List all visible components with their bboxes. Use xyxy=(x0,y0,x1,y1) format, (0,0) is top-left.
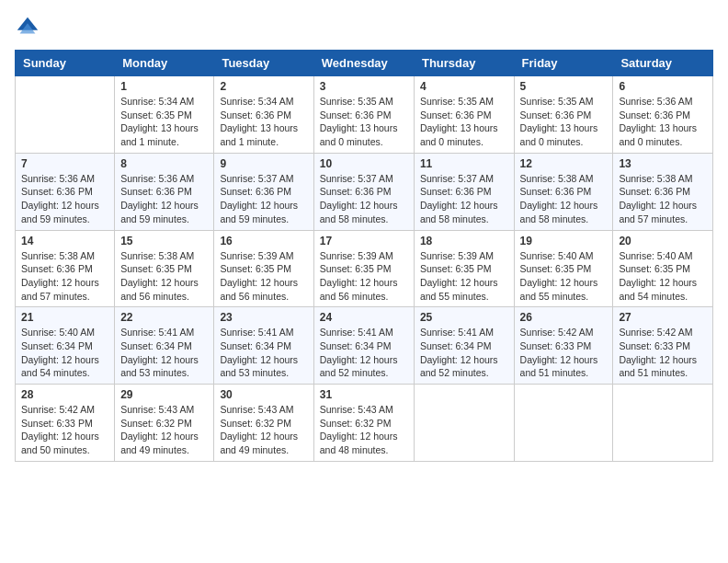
day-info: Sunrise: 5:34 AMSunset: 6:35 PMDaylight:… xyxy=(120,95,208,149)
day-info: Sunrise: 5:36 AMSunset: 6:36 PMDaylight:… xyxy=(21,172,108,226)
calendar-cell: 29Sunrise: 5:43 AMSunset: 6:32 PMDayligh… xyxy=(115,385,214,462)
day-number: 20 xyxy=(619,235,707,247)
day-number: 10 xyxy=(320,157,408,170)
day-info: Sunrise: 5:35 AMSunset: 6:36 PMDaylight:… xyxy=(520,95,608,149)
day-number: 11 xyxy=(420,157,508,170)
day-number: 19 xyxy=(520,235,608,247)
day-number: 5 xyxy=(520,80,608,93)
day-number: 8 xyxy=(120,157,208,170)
day-info: Sunrise: 5:35 AMSunset: 6:36 PMDaylight:… xyxy=(420,95,508,149)
weekday-header: Friday xyxy=(514,51,613,76)
day-info: Sunrise: 5:37 AMSunset: 6:36 PMDaylight:… xyxy=(420,172,508,226)
day-info: Sunrise: 5:42 AMSunset: 6:33 PMDaylight:… xyxy=(21,403,108,457)
calendar-cell: 5Sunrise: 5:35 AMSunset: 6:36 PMDaylight… xyxy=(514,76,613,154)
calendar-cell xyxy=(514,385,613,462)
weekday-header-row: SundayMondayTuesdayWednesdayThursdayFrid… xyxy=(16,51,713,76)
weekday-header: Wednesday xyxy=(313,51,414,76)
page-header xyxy=(15,15,713,40)
day-info: Sunrise: 5:43 AMSunset: 6:32 PMDaylight:… xyxy=(220,403,307,457)
calendar-cell: 28Sunrise: 5:42 AMSunset: 6:33 PMDayligh… xyxy=(16,385,115,462)
calendar-cell: 17Sunrise: 5:39 AMSunset: 6:35 PMDayligh… xyxy=(313,230,414,307)
day-info: Sunrise: 5:41 AMSunset: 6:34 PMDaylight:… xyxy=(120,326,208,380)
calendar-week-row: 14Sunrise: 5:38 AMSunset: 6:36 PMDayligh… xyxy=(16,230,713,307)
day-info: Sunrise: 5:36 AMSunset: 6:36 PMDaylight:… xyxy=(619,95,707,149)
calendar-cell: 19Sunrise: 5:40 AMSunset: 6:35 PMDayligh… xyxy=(514,230,613,307)
calendar-cell: 31Sunrise: 5:43 AMSunset: 6:32 PMDayligh… xyxy=(313,385,414,462)
day-number: 26 xyxy=(520,311,608,324)
day-info: Sunrise: 5:41 AMSunset: 6:34 PMDaylight:… xyxy=(220,326,307,380)
day-number: 21 xyxy=(21,311,108,324)
day-number: 25 xyxy=(420,311,508,324)
day-info: Sunrise: 5:40 AMSunset: 6:35 PMDaylight:… xyxy=(520,249,608,304)
day-info: Sunrise: 5:36 AMSunset: 6:36 PMDaylight:… xyxy=(120,172,208,226)
calendar-cell: 15Sunrise: 5:38 AMSunset: 6:35 PMDayligh… xyxy=(115,230,214,307)
day-number: 3 xyxy=(320,80,408,93)
calendar-cell: 22Sunrise: 5:41 AMSunset: 6:34 PMDayligh… xyxy=(115,307,214,385)
day-number: 4 xyxy=(420,80,508,93)
calendar-cell: 18Sunrise: 5:39 AMSunset: 6:35 PMDayligh… xyxy=(414,230,514,307)
calendar-cell: 11Sunrise: 5:37 AMSunset: 6:36 PMDayligh… xyxy=(414,153,514,230)
day-number: 27 xyxy=(619,311,707,324)
weekday-header: Tuesday xyxy=(214,51,313,76)
calendar-cell: 3Sunrise: 5:35 AMSunset: 6:36 PMDaylight… xyxy=(313,76,414,154)
day-number: 7 xyxy=(21,157,108,170)
calendar-cell: 24Sunrise: 5:41 AMSunset: 6:34 PMDayligh… xyxy=(313,307,414,385)
calendar-cell: 1Sunrise: 5:34 AMSunset: 6:35 PMDaylight… xyxy=(115,76,214,154)
day-info: Sunrise: 5:38 AMSunset: 6:36 PMDaylight:… xyxy=(520,172,608,226)
day-info: Sunrise: 5:35 AMSunset: 6:36 PMDaylight:… xyxy=(320,95,408,149)
day-number: 24 xyxy=(320,311,408,324)
calendar-cell: 27Sunrise: 5:42 AMSunset: 6:33 PMDayligh… xyxy=(613,307,713,385)
calendar-cell: 9Sunrise: 5:37 AMSunset: 6:36 PMDaylight… xyxy=(214,153,313,230)
day-info: Sunrise: 5:34 AMSunset: 6:36 PMDaylight:… xyxy=(220,95,307,149)
weekday-header: Thursday xyxy=(414,51,514,76)
day-info: Sunrise: 5:38 AMSunset: 6:36 PMDaylight:… xyxy=(21,249,108,304)
calendar-cell: 12Sunrise: 5:38 AMSunset: 6:36 PMDayligh… xyxy=(514,153,613,230)
calendar-week-row: 1Sunrise: 5:34 AMSunset: 6:35 PMDaylight… xyxy=(16,76,713,154)
day-number: 18 xyxy=(420,235,508,247)
logo xyxy=(15,15,44,40)
day-number: 31 xyxy=(320,388,408,401)
day-info: Sunrise: 5:39 AMSunset: 6:35 PMDaylight:… xyxy=(420,249,508,304)
day-info: Sunrise: 5:41 AMSunset: 6:34 PMDaylight:… xyxy=(320,326,408,380)
day-info: Sunrise: 5:43 AMSunset: 6:32 PMDaylight:… xyxy=(120,403,208,457)
day-number: 30 xyxy=(220,388,307,401)
calendar-cell: 10Sunrise: 5:37 AMSunset: 6:36 PMDayligh… xyxy=(313,153,414,230)
day-info: Sunrise: 5:37 AMSunset: 6:36 PMDaylight:… xyxy=(220,172,307,226)
day-number: 6 xyxy=(619,80,707,93)
day-number: 14 xyxy=(21,235,108,247)
day-info: Sunrise: 5:38 AMSunset: 6:35 PMDaylight:… xyxy=(120,249,208,304)
day-info: Sunrise: 5:39 AMSunset: 6:35 PMDaylight:… xyxy=(320,249,408,304)
day-info: Sunrise: 5:37 AMSunset: 6:36 PMDaylight:… xyxy=(320,172,408,226)
calendar-cell: 14Sunrise: 5:38 AMSunset: 6:36 PMDayligh… xyxy=(16,230,115,307)
day-number: 2 xyxy=(220,80,307,93)
day-number: 22 xyxy=(120,311,208,324)
calendar-cell: 8Sunrise: 5:36 AMSunset: 6:36 PMDaylight… xyxy=(115,153,214,230)
day-info: Sunrise: 5:42 AMSunset: 6:33 PMDaylight:… xyxy=(520,326,608,380)
day-info: Sunrise: 5:41 AMSunset: 6:34 PMDaylight:… xyxy=(420,326,508,380)
calendar-cell xyxy=(16,76,115,154)
day-number: 1 xyxy=(120,80,208,93)
day-info: Sunrise: 5:40 AMSunset: 6:34 PMDaylight:… xyxy=(21,326,108,380)
day-number: 15 xyxy=(120,235,208,247)
day-number: 12 xyxy=(520,157,608,170)
calendar-cell: 30Sunrise: 5:43 AMSunset: 6:32 PMDayligh… xyxy=(214,385,313,462)
day-number: 16 xyxy=(220,235,307,247)
calendar-cell: 26Sunrise: 5:42 AMSunset: 6:33 PMDayligh… xyxy=(514,307,613,385)
calendar-cell: 25Sunrise: 5:41 AMSunset: 6:34 PMDayligh… xyxy=(414,307,514,385)
calendar-cell: 16Sunrise: 5:39 AMSunset: 6:35 PMDayligh… xyxy=(214,230,313,307)
calendar-cell: 20Sunrise: 5:40 AMSunset: 6:35 PMDayligh… xyxy=(613,230,713,307)
calendar-cell: 21Sunrise: 5:40 AMSunset: 6:34 PMDayligh… xyxy=(16,307,115,385)
calendar-week-row: 7Sunrise: 5:36 AMSunset: 6:36 PMDaylight… xyxy=(16,153,713,230)
calendar-cell: 7Sunrise: 5:36 AMSunset: 6:36 PMDaylight… xyxy=(16,153,115,230)
calendar-cell: 4Sunrise: 5:35 AMSunset: 6:36 PMDaylight… xyxy=(414,76,514,154)
day-number: 13 xyxy=(619,157,707,170)
day-info: Sunrise: 5:38 AMSunset: 6:36 PMDaylight:… xyxy=(619,172,707,226)
calendar-cell xyxy=(414,385,514,462)
day-info: Sunrise: 5:40 AMSunset: 6:35 PMDaylight:… xyxy=(619,249,707,304)
calendar-cell xyxy=(613,385,713,462)
calendar-week-row: 28Sunrise: 5:42 AMSunset: 6:33 PMDayligh… xyxy=(16,385,713,462)
day-number: 29 xyxy=(120,388,208,401)
calendar-cell: 2Sunrise: 5:34 AMSunset: 6:36 PMDaylight… xyxy=(214,76,313,154)
calendar-table: SundayMondayTuesdayWednesdayThursdayFrid… xyxy=(15,50,713,462)
day-number: 23 xyxy=(220,311,307,324)
